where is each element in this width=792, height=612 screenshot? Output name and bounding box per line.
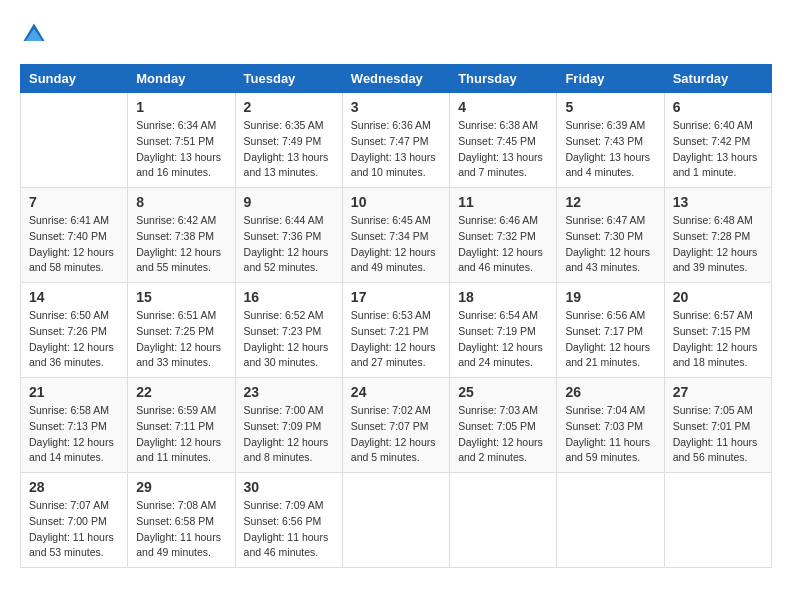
logo-icon bbox=[20, 20, 48, 48]
day-number: 19 bbox=[565, 289, 655, 305]
weekday-header: Saturday bbox=[664, 65, 771, 93]
calendar-cell: 4Sunrise: 6:38 AMSunset: 7:45 PMDaylight… bbox=[450, 93, 557, 188]
day-number: 4 bbox=[458, 99, 548, 115]
day-info: Sunrise: 6:45 AMSunset: 7:34 PMDaylight:… bbox=[351, 213, 441, 276]
day-number: 3 bbox=[351, 99, 441, 115]
calendar-cell: 11Sunrise: 6:46 AMSunset: 7:32 PMDayligh… bbox=[450, 188, 557, 283]
calendar-cell: 19Sunrise: 6:56 AMSunset: 7:17 PMDayligh… bbox=[557, 283, 664, 378]
weekday-header: Thursday bbox=[450, 65, 557, 93]
calendar-week-row: 1Sunrise: 6:34 AMSunset: 7:51 PMDaylight… bbox=[21, 93, 772, 188]
day-info: Sunrise: 6:56 AMSunset: 7:17 PMDaylight:… bbox=[565, 308, 655, 371]
day-info: Sunrise: 7:04 AMSunset: 7:03 PMDaylight:… bbox=[565, 403, 655, 466]
calendar-cell: 10Sunrise: 6:45 AMSunset: 7:34 PMDayligh… bbox=[342, 188, 449, 283]
day-info: Sunrise: 6:53 AMSunset: 7:21 PMDaylight:… bbox=[351, 308, 441, 371]
day-info: Sunrise: 6:51 AMSunset: 7:25 PMDaylight:… bbox=[136, 308, 226, 371]
calendar-week-row: 7Sunrise: 6:41 AMSunset: 7:40 PMDaylight… bbox=[21, 188, 772, 283]
calendar-cell: 29Sunrise: 7:08 AMSunset: 6:58 PMDayligh… bbox=[128, 473, 235, 568]
day-info: Sunrise: 6:46 AMSunset: 7:32 PMDaylight:… bbox=[458, 213, 548, 276]
day-number: 14 bbox=[29, 289, 119, 305]
calendar-cell bbox=[664, 473, 771, 568]
logo bbox=[20, 20, 52, 48]
day-info: Sunrise: 6:44 AMSunset: 7:36 PMDaylight:… bbox=[244, 213, 334, 276]
day-info: Sunrise: 7:05 AMSunset: 7:01 PMDaylight:… bbox=[673, 403, 763, 466]
page-header bbox=[20, 20, 772, 48]
calendar-cell: 14Sunrise: 6:50 AMSunset: 7:26 PMDayligh… bbox=[21, 283, 128, 378]
day-number: 11 bbox=[458, 194, 548, 210]
calendar-cell: 1Sunrise: 6:34 AMSunset: 7:51 PMDaylight… bbox=[128, 93, 235, 188]
day-number: 17 bbox=[351, 289, 441, 305]
day-info: Sunrise: 6:36 AMSunset: 7:47 PMDaylight:… bbox=[351, 118, 441, 181]
day-number: 21 bbox=[29, 384, 119, 400]
day-number: 29 bbox=[136, 479, 226, 495]
calendar-cell: 28Sunrise: 7:07 AMSunset: 7:00 PMDayligh… bbox=[21, 473, 128, 568]
calendar-week-row: 14Sunrise: 6:50 AMSunset: 7:26 PMDayligh… bbox=[21, 283, 772, 378]
day-info: Sunrise: 7:07 AMSunset: 7:00 PMDaylight:… bbox=[29, 498, 119, 561]
day-info: Sunrise: 6:57 AMSunset: 7:15 PMDaylight:… bbox=[673, 308, 763, 371]
calendar-cell bbox=[450, 473, 557, 568]
calendar-cell: 22Sunrise: 6:59 AMSunset: 7:11 PMDayligh… bbox=[128, 378, 235, 473]
day-number: 10 bbox=[351, 194, 441, 210]
day-number: 16 bbox=[244, 289, 334, 305]
calendar-cell: 17Sunrise: 6:53 AMSunset: 7:21 PMDayligh… bbox=[342, 283, 449, 378]
day-info: Sunrise: 6:39 AMSunset: 7:43 PMDaylight:… bbox=[565, 118, 655, 181]
calendar-cell: 20Sunrise: 6:57 AMSunset: 7:15 PMDayligh… bbox=[664, 283, 771, 378]
calendar-cell: 13Sunrise: 6:48 AMSunset: 7:28 PMDayligh… bbox=[664, 188, 771, 283]
day-info: Sunrise: 7:09 AMSunset: 6:56 PMDaylight:… bbox=[244, 498, 334, 561]
calendar-cell: 12Sunrise: 6:47 AMSunset: 7:30 PMDayligh… bbox=[557, 188, 664, 283]
weekday-header: Sunday bbox=[21, 65, 128, 93]
calendar-cell: 24Sunrise: 7:02 AMSunset: 7:07 PMDayligh… bbox=[342, 378, 449, 473]
day-info: Sunrise: 6:59 AMSunset: 7:11 PMDaylight:… bbox=[136, 403, 226, 466]
day-number: 18 bbox=[458, 289, 548, 305]
day-number: 9 bbox=[244, 194, 334, 210]
day-info: Sunrise: 6:35 AMSunset: 7:49 PMDaylight:… bbox=[244, 118, 334, 181]
calendar-cell: 5Sunrise: 6:39 AMSunset: 7:43 PMDaylight… bbox=[557, 93, 664, 188]
day-info: Sunrise: 6:47 AMSunset: 7:30 PMDaylight:… bbox=[565, 213, 655, 276]
day-info: Sunrise: 6:34 AMSunset: 7:51 PMDaylight:… bbox=[136, 118, 226, 181]
calendar-cell: 27Sunrise: 7:05 AMSunset: 7:01 PMDayligh… bbox=[664, 378, 771, 473]
day-number: 2 bbox=[244, 99, 334, 115]
day-number: 25 bbox=[458, 384, 548, 400]
day-number: 6 bbox=[673, 99, 763, 115]
calendar-cell: 3Sunrise: 6:36 AMSunset: 7:47 PMDaylight… bbox=[342, 93, 449, 188]
day-number: 23 bbox=[244, 384, 334, 400]
day-info: Sunrise: 6:48 AMSunset: 7:28 PMDaylight:… bbox=[673, 213, 763, 276]
calendar-week-row: 21Sunrise: 6:58 AMSunset: 7:13 PMDayligh… bbox=[21, 378, 772, 473]
day-info: Sunrise: 7:00 AMSunset: 7:09 PMDaylight:… bbox=[244, 403, 334, 466]
weekday-header: Friday bbox=[557, 65, 664, 93]
calendar-cell: 25Sunrise: 7:03 AMSunset: 7:05 PMDayligh… bbox=[450, 378, 557, 473]
day-number: 24 bbox=[351, 384, 441, 400]
calendar-cell: 2Sunrise: 6:35 AMSunset: 7:49 PMDaylight… bbox=[235, 93, 342, 188]
day-number: 7 bbox=[29, 194, 119, 210]
day-info: Sunrise: 6:42 AMSunset: 7:38 PMDaylight:… bbox=[136, 213, 226, 276]
day-info: Sunrise: 6:38 AMSunset: 7:45 PMDaylight:… bbox=[458, 118, 548, 181]
day-info: Sunrise: 7:08 AMSunset: 6:58 PMDaylight:… bbox=[136, 498, 226, 561]
day-number: 22 bbox=[136, 384, 226, 400]
calendar-week-row: 28Sunrise: 7:07 AMSunset: 7:00 PMDayligh… bbox=[21, 473, 772, 568]
calendar-cell: 30Sunrise: 7:09 AMSunset: 6:56 PMDayligh… bbox=[235, 473, 342, 568]
calendar-table: SundayMondayTuesdayWednesdayThursdayFrid… bbox=[20, 64, 772, 568]
day-number: 20 bbox=[673, 289, 763, 305]
calendar-cell: 26Sunrise: 7:04 AMSunset: 7:03 PMDayligh… bbox=[557, 378, 664, 473]
calendar-cell: 8Sunrise: 6:42 AMSunset: 7:38 PMDaylight… bbox=[128, 188, 235, 283]
day-number: 26 bbox=[565, 384, 655, 400]
calendar-cell: 7Sunrise: 6:41 AMSunset: 7:40 PMDaylight… bbox=[21, 188, 128, 283]
day-number: 28 bbox=[29, 479, 119, 495]
day-number: 13 bbox=[673, 194, 763, 210]
day-info: Sunrise: 7:03 AMSunset: 7:05 PMDaylight:… bbox=[458, 403, 548, 466]
calendar-cell: 6Sunrise: 6:40 AMSunset: 7:42 PMDaylight… bbox=[664, 93, 771, 188]
day-number: 12 bbox=[565, 194, 655, 210]
day-info: Sunrise: 7:02 AMSunset: 7:07 PMDaylight:… bbox=[351, 403, 441, 466]
day-info: Sunrise: 6:58 AMSunset: 7:13 PMDaylight:… bbox=[29, 403, 119, 466]
day-info: Sunrise: 6:52 AMSunset: 7:23 PMDaylight:… bbox=[244, 308, 334, 371]
calendar-cell: 21Sunrise: 6:58 AMSunset: 7:13 PMDayligh… bbox=[21, 378, 128, 473]
day-number: 8 bbox=[136, 194, 226, 210]
weekday-header: Tuesday bbox=[235, 65, 342, 93]
calendar-cell: 23Sunrise: 7:00 AMSunset: 7:09 PMDayligh… bbox=[235, 378, 342, 473]
day-number: 27 bbox=[673, 384, 763, 400]
calendar-cell: 15Sunrise: 6:51 AMSunset: 7:25 PMDayligh… bbox=[128, 283, 235, 378]
weekday-header: Wednesday bbox=[342, 65, 449, 93]
day-info: Sunrise: 6:54 AMSunset: 7:19 PMDaylight:… bbox=[458, 308, 548, 371]
calendar-cell bbox=[342, 473, 449, 568]
day-number: 30 bbox=[244, 479, 334, 495]
weekday-header: Monday bbox=[128, 65, 235, 93]
